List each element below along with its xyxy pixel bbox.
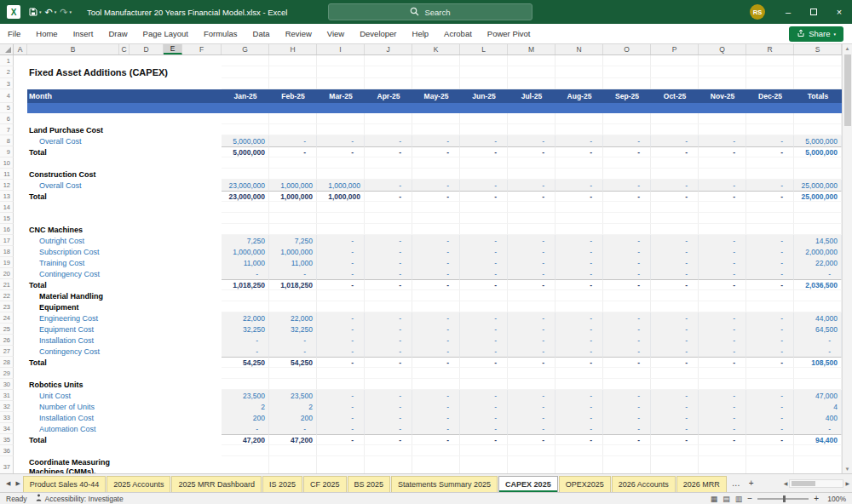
row-label[interactable] [27,113,222,124]
cell[interactable]: - [365,357,412,368]
row-number[interactable]: 6 [0,113,14,124]
cell[interactable] [14,268,27,279]
ribbon-tab-page-layout[interactable]: Page Layout [135,24,196,43]
cell[interactable]: - [746,246,794,257]
sheet-tab-statements-summary-2025[interactable]: Statements Summary 2025 [391,476,498,492]
cell[interactable]: 11,000 [269,257,317,268]
column-header-A[interactable]: A [14,44,27,54]
totals-cell[interactable]: - [794,335,842,346]
cell[interactable] [222,169,269,180]
cell[interactable] [651,202,699,213]
row-label[interactable]: Land Purchase Cost [27,124,222,135]
column-header-P[interactable]: P [651,44,699,54]
cell[interactable]: - [603,346,651,357]
cell[interactable] [460,456,508,473]
zoom-slider[interactable] [757,498,809,500]
cell[interactable] [412,78,460,89]
cell[interactable] [603,124,651,135]
cell[interactable] [412,169,460,180]
cell[interactable]: - [556,312,603,324]
row-number[interactable]: 25 [0,324,14,335]
cell[interactable]: - [460,434,508,445]
cell[interactable]: - [460,135,508,146]
cell[interactable]: - [746,312,794,324]
cell[interactable] [556,224,603,235]
cell[interactable]: - [508,357,556,368]
row-number[interactable]: 10 [0,158,14,169]
cell[interactable]: - [556,335,603,346]
cell[interactable]: - [317,268,365,279]
cell[interactable] [14,390,27,401]
cell[interactable] [603,368,651,379]
cell[interactable]: 200 [222,412,269,423]
cell[interactable]: - [412,235,460,246]
cell[interactable]: - [651,357,699,368]
cell[interactable] [746,113,794,124]
cell[interactable] [317,456,365,473]
cell[interactable]: Jan-25 [222,89,269,103]
cell[interactable]: - [412,180,460,191]
cell[interactable]: - [412,312,460,324]
cell[interactable]: - [508,346,556,357]
cell[interactable] [603,103,651,113]
zoom-level[interactable]: 100% [824,495,846,503]
cell[interactable] [460,301,508,312]
sheet-tab-is-2025[interactable]: IS 2025 [262,476,302,492]
cell[interactable]: 7,250 [222,235,269,246]
cell[interactable]: Jun-25 [460,89,508,103]
cell[interactable] [508,224,556,235]
cell[interactable] [14,379,27,390]
cell[interactable]: - [556,191,603,202]
row-number[interactable]: 4 [0,89,14,103]
cell[interactable]: - [365,191,412,202]
sheet-nav-left-icon[interactable]: ◀ [3,480,13,487]
totals-cell[interactable]: 44,000 [794,312,842,324]
cell[interactable] [556,169,603,180]
cell[interactable] [269,379,317,390]
cell[interactable]: - [746,412,794,423]
sheet-tab-2025-accounts[interactable]: 2025 Accounts [106,476,170,492]
cell[interactable] [269,66,317,78]
row-label[interactable]: Material Handling [27,290,222,301]
ribbon-tab-draw[interactable]: Draw [101,24,135,43]
cell[interactable] [365,158,412,169]
cell[interactable]: - [746,346,794,357]
row-number[interactable]: 28 [0,357,14,368]
cell[interactable] [746,66,794,78]
cell[interactable] [412,113,460,124]
cell[interactable]: - [460,346,508,357]
cell[interactable]: - [699,335,746,346]
cell[interactable] [365,456,412,473]
totals-cell[interactable]: 64,500 [794,324,842,335]
cell[interactable]: - [556,268,603,279]
cell[interactable]: - [556,412,603,423]
cell[interactable] [556,124,603,135]
cell[interactable] [508,55,556,66]
undo-dropdown-icon[interactable]: ▾ [55,9,57,14]
cell[interactable]: - [651,279,699,290]
cell[interactable]: 23,000,000 [222,180,269,191]
row-label[interactable]: Number of Units [27,401,222,412]
cell[interactable] [746,124,794,135]
cell[interactable]: - [508,135,556,146]
cell[interactable]: - [269,346,317,357]
sheet-tab-2026-mrr[interactable]: 2026 MRR [676,476,727,492]
cell[interactable] [460,368,508,379]
cell[interactable] [651,224,699,235]
row-label[interactable]: Unit Cost [27,390,222,401]
cell[interactable] [365,379,412,390]
cell[interactable]: Feb-25 [269,89,317,103]
ribbon-tab-formulas[interactable]: Formulas [196,24,245,43]
cell[interactable] [269,213,317,224]
totals-cell[interactable]: 25,000,000 [794,180,842,191]
row-number[interactable]: 3 [0,78,14,89]
cell[interactable]: - [365,423,412,434]
cell[interactable] [269,456,317,473]
cell[interactable]: - [460,390,508,401]
cell[interactable] [508,103,556,113]
cell[interactable] [460,103,508,113]
cell[interactable] [14,357,27,368]
row-number[interactable]: 29 [0,368,14,379]
cell[interactable]: - [603,434,651,445]
cell[interactable]: - [556,257,603,268]
